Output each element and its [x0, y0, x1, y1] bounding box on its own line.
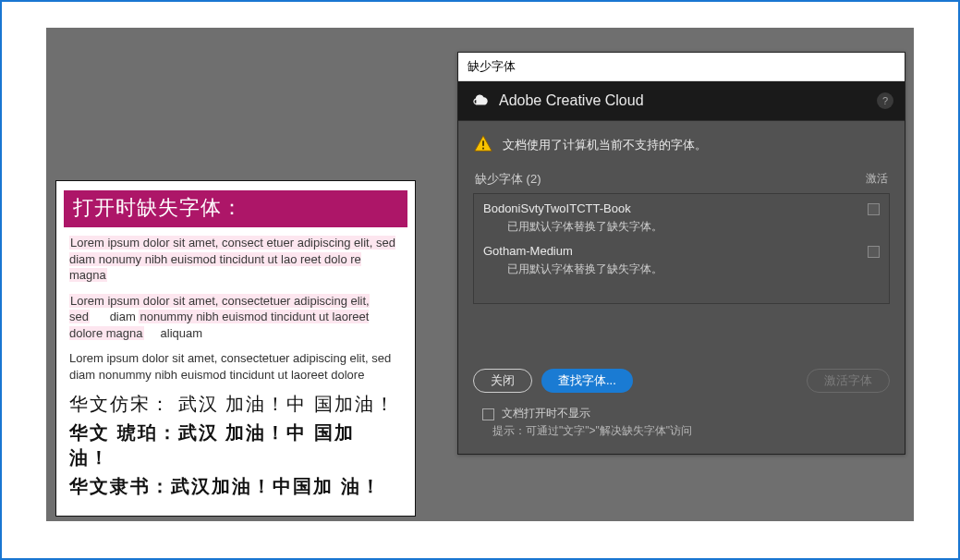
cjk-line-2: 华文 琥珀：武汉 加油！中 国加 油！ — [69, 420, 402, 470]
dialog-body: 文档使用了计算机当前不支持的字体。 缺少字体 (2) 激活 BodoniSvty… — [458, 120, 905, 454]
warning-text: 文档使用了计算机当前不支持的字体。 — [503, 134, 707, 153]
font-name: Gotham-Medium — [483, 244, 858, 258]
cjk-line-3: 华文隶书：武汉加油！中国加 油！ — [69, 474, 402, 499]
close-button[interactable]: 关闭 — [473, 369, 532, 393]
font-status: 已用默认字体替换了缺失字体。 — [507, 219, 858, 235]
help-icon[interactable]: ? — [877, 92, 893, 109]
paragraph-2: Lorem ipsum dolor sit amet, consectetuer… — [69, 293, 402, 342]
workspace-canvas: 打开时缺失字体： Lorem ipsum dolor sit amet, con… — [46, 28, 914, 521]
svg-rect-0 — [482, 140, 484, 146]
creative-cloud-icon — [469, 91, 490, 111]
font-name: BodoniSvtyTwoITCTT-Book — [483, 201, 858, 215]
footer-hint: 提示：可通过"文字">"解决缺失字体"访问 — [492, 423, 890, 439]
activate-checkbox[interactable] — [868, 203, 880, 215]
document-preview: 打开时缺失字体： Lorem ipsum dolor sit amet, con… — [55, 180, 416, 517]
activate-header: 激活 — [866, 171, 888, 188]
dont-show-checkbox[interactable] — [482, 408, 494, 420]
cjk-line-1: 华文仿宋： 武汉 加油！中 国加油！ — [69, 392, 402, 417]
paragraph-3: Lorem ipsum dolor sit amet, consectetuer… — [69, 350, 402, 383]
dont-show-label: 文档打开时不显示 — [502, 406, 590, 421]
missing-count-label: 缺少字体 (2) — [475, 171, 541, 188]
font-list: BodoniSvtyTwoITCTT-Book 已用默认字体替换了缺失字体。 G… — [473, 193, 890, 304]
font-status: 已用默认字体替换了缺失字体。 — [507, 262, 858, 277]
dialog-footer: 文档打开时不显示 提示：可通过"文字">"解决缺失字体"访问 — [473, 406, 890, 439]
font-list-header: 缺少字体 (2) 激活 — [473, 171, 890, 188]
warning-icon — [473, 134, 493, 154]
font-row: Gotham-Medium 已用默认字体替换了缺失字体。 — [483, 244, 880, 277]
document-heading: 打开时缺失字体： — [64, 190, 407, 227]
font-row: BodoniSvtyTwoITCTT-Book 已用默认字体替换了缺失字体。 — [483, 201, 880, 235]
paragraph-1: Lorem ipsum dolor sit amet, consect etue… — [69, 235, 402, 284]
dialog-buttons: 关闭 查找字体... 激活字体 — [473, 369, 890, 393]
missing-fonts-dialog: 缺少字体 Adobe Creative Cloud ? 文档使用了计算机当前不支… — [457, 52, 905, 455]
dialog-title: 缺少字体 — [458, 53, 905, 81]
brand-text: Adobe Creative Cloud — [499, 92, 644, 109]
activate-checkbox[interactable] — [868, 246, 880, 258]
dialog-brand-bar: Adobe Creative Cloud ? — [458, 81, 905, 120]
activate-fonts-button: 激活字体 — [807, 369, 890, 393]
find-fonts-button[interactable]: 查找字体... — [541, 369, 633, 393]
svg-rect-1 — [482, 148, 484, 150]
warning-row: 文档使用了计算机当前不支持的字体。 — [473, 134, 890, 154]
